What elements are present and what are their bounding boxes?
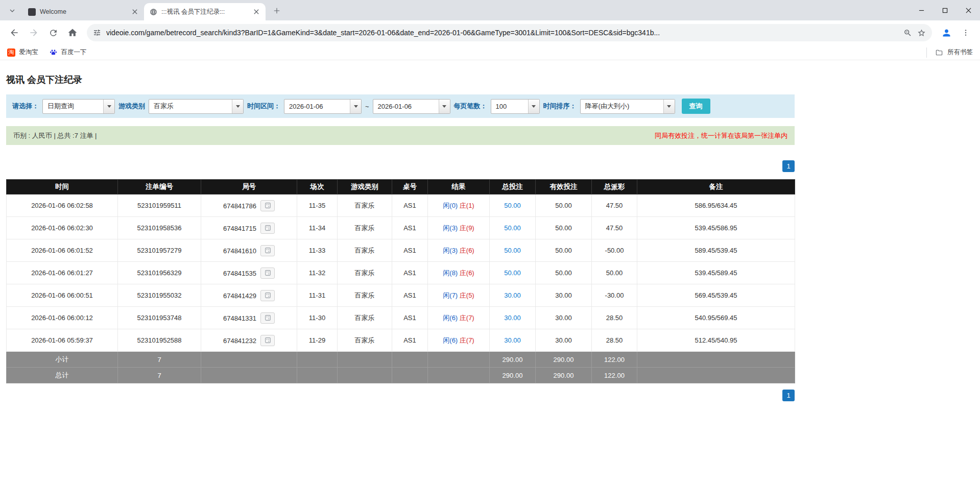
round-result-icon[interactable]	[260, 335, 275, 346]
footer-empty	[338, 368, 392, 383]
date-start-value: 2026-01-06	[284, 100, 350, 113]
cell-payout: 28.50	[592, 329, 637, 352]
cell-valid-bet: 50.00	[536, 217, 592, 239]
bookmark-taobao[interactable]: 淘 爱淘宝	[7, 48, 38, 57]
new-tab-button[interactable]	[270, 4, 284, 18]
round-result-icon[interactable]	[260, 312, 275, 324]
cell-table-no: AS1	[392, 262, 428, 284]
baidu-paw-icon	[50, 48, 58, 57]
footer-empty	[201, 352, 297, 368]
round-result-icon[interactable]	[260, 223, 275, 234]
all-bookmarks-label: 所有书签	[947, 48, 973, 57]
query-type-select[interactable]: 日期查询	[42, 99, 115, 114]
page-1-button[interactable]: 1	[782, 160, 795, 172]
cell-note: 586.95/634.45	[637, 195, 795, 217]
date-end-select[interactable]: 2026-01-06	[373, 99, 450, 114]
forward-button[interactable]	[25, 23, 43, 42]
footer-label: 总计	[7, 368, 118, 383]
cell-round: 674841786	[201, 195, 297, 217]
total-bet-link[interactable]: 50.00	[504, 247, 521, 254]
page-1-button[interactable]: 1	[782, 390, 795, 401]
address-bar[interactable]: videoie.com/game/betrecord_search/kind3?…	[87, 24, 932, 41]
cell-session: 11-34	[297, 217, 338, 239]
footer-empty	[637, 352, 795, 368]
zoom-icon[interactable]	[903, 29, 912, 37]
column-header: 总投注	[490, 180, 536, 195]
round-result-icon[interactable]	[260, 200, 275, 211]
tab-bet-record[interactable]: :::视讯 会员下注纪录:::	[144, 3, 266, 20]
total-bet-link[interactable]: 50.00	[504, 269, 521, 277]
bookmark-label: 百度一下	[61, 48, 87, 57]
close-window-button[interactable]	[957, 0, 980, 20]
result-banker: 庄(6)	[460, 247, 474, 254]
site-info-icon[interactable]	[93, 29, 101, 37]
chevron-down-icon[interactable]	[232, 100, 243, 113]
result-player: 闲(8)	[443, 269, 458, 277]
profile-avatar-icon[interactable]	[937, 23, 955, 42]
column-header: 结果	[428, 180, 490, 195]
round-number: 674841715	[223, 224, 256, 232]
result-player: 闲(3)	[443, 247, 458, 254]
sort-select[interactable]: 降幂(由大到小)	[580, 99, 675, 114]
cell-payout: 50.00	[592, 262, 637, 284]
maximize-button[interactable]	[933, 0, 957, 20]
minimize-button[interactable]	[910, 0, 933, 20]
reload-button[interactable]	[44, 23, 62, 42]
cell-total-bet: 50.00	[490, 217, 536, 239]
back-button[interactable]	[5, 23, 23, 42]
all-bookmarks[interactable]: 所有书签	[926, 47, 973, 58]
tab-close-icon[interactable]	[252, 8, 260, 16]
menu-kebab-icon[interactable]	[957, 23, 975, 42]
tab-search-button[interactable]	[5, 4, 19, 18]
chevron-down-icon[interactable]	[350, 100, 361, 113]
column-header: 桌号	[392, 180, 428, 195]
result-player: 闲(3)	[443, 224, 458, 232]
footer-empty	[297, 368, 338, 383]
cell-bet-id: 523101953748	[118, 307, 201, 329]
total-bet-link[interactable]: 50.00	[504, 202, 521, 209]
round-result-icon[interactable]	[260, 290, 275, 301]
chevron-down-icon[interactable]	[528, 100, 539, 113]
tab-close-icon[interactable]	[130, 8, 139, 16]
footer-empty	[428, 352, 490, 368]
chevron-down-icon[interactable]	[439, 100, 450, 113]
game-kind-select[interactable]: 百家乐	[149, 99, 244, 114]
total-bet-link[interactable]: 30.00	[504, 314, 521, 322]
welcome-tab-favicon	[28, 8, 36, 16]
home-button[interactable]	[63, 23, 82, 42]
date-start-select[interactable]: 2026-01-06	[284, 99, 362, 114]
total-bet-link[interactable]: 30.00	[504, 336, 521, 344]
cell-note: 589.45/539.45	[637, 239, 795, 262]
footer-payout: 122.00	[592, 352, 637, 368]
round-number: 674841535	[223, 269, 256, 277]
round-number: 674841232	[223, 336, 256, 344]
bookmark-baidu[interactable]: 百度一下	[50, 48, 87, 57]
window-controls	[910, 0, 980, 20]
chevron-down-icon[interactable]	[663, 100, 675, 113]
cell-valid-bet: 50.00	[536, 239, 592, 262]
footer-label: 小计	[7, 352, 118, 368]
bookmark-star-icon[interactable]	[917, 29, 926, 37]
tab-welcome[interactable]: Welcome	[22, 3, 144, 20]
search-button[interactable]: 查询	[682, 99, 710, 114]
footer-total-bet: 290.00	[490, 352, 536, 368]
summary-row: 小计7290.00290.00122.00	[7, 352, 795, 368]
cell-result: 闲(6) 庄(7)	[428, 307, 490, 329]
column-header: 时间	[7, 180, 118, 195]
round-result-icon[interactable]	[260, 245, 275, 256]
filter-bar: 请选择： 日期查询 游戏类别 百家乐 时间区间： 2026-01-06 ~ 20…	[6, 94, 795, 118]
note-warning-text: 同局有效投注，统一计算在该局第一张注单内	[655, 131, 787, 140]
cell-result: 闲(6) 庄(7)	[428, 329, 490, 352]
per-page-select[interactable]: 100	[491, 99, 540, 114]
round-number: 674841331	[223, 314, 256, 322]
total-bet-link[interactable]: 30.00	[504, 292, 521, 299]
chevron-down-icon[interactable]	[103, 100, 114, 113]
cell-game-kind: 百家乐	[338, 217, 392, 239]
cell-payout: 47.50	[592, 217, 637, 239]
cell-table-no: AS1	[392, 239, 428, 262]
total-bet-link[interactable]: 50.00	[504, 224, 521, 232]
footer-empty	[201, 368, 297, 383]
url-text[interactable]: videoie.com/game/betrecord_search/kind3?…	[106, 29, 898, 37]
round-result-icon[interactable]	[260, 268, 275, 279]
bet-row: 2026-01-06 06:00:51523101955032674841429…	[7, 284, 795, 307]
